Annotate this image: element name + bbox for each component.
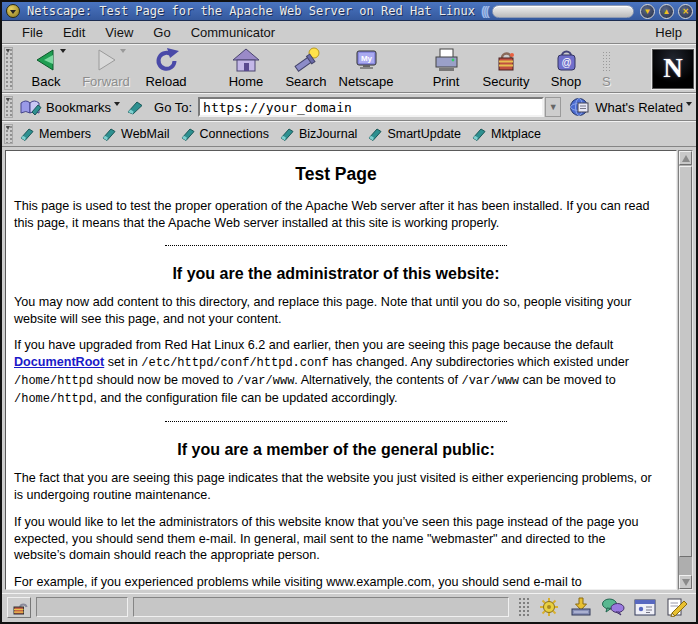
netscape-throbber[interactable]: N <box>652 49 694 89</box>
tool-label: Security <box>483 74 530 89</box>
admin-paragraph: You may now add content to this director… <box>14 294 658 327</box>
personal-toolbar-collapse-grip[interactable] <box>4 124 13 144</box>
locationbar-collapse-grip[interactable] <box>4 96 13 118</box>
navigator-wheel-icon <box>537 597 561 617</box>
whats-related-dropdown-icon <box>686 102 692 106</box>
bookmarks-label: Bookmarks <box>46 100 111 115</box>
tool-label: Home <box>229 74 264 89</box>
personal-item-label: Members <box>39 127 91 141</box>
maximize-icon: ▲ <box>663 7 671 16</box>
addressbook-component-button[interactable] <box>631 596 658 618</box>
my-netscape-icon: My <box>351 47 381 74</box>
menu-go[interactable]: Go <box>143 23 180 42</box>
scroll-up-button[interactable] <box>679 151 692 165</box>
code-segment: /etc/httpd/conf/httpd.conf <box>141 356 328 370</box>
security-button[interactable]: Security <box>476 47 536 91</box>
svg-text:My: My <box>361 54 373 63</box>
content-area: Test Page This page is used to test the … <box>2 147 696 593</box>
whats-related-button[interactable]: What's Related <box>569 97 692 117</box>
svg-text:@: @ <box>561 57 571 68</box>
documentroot-link[interactable]: DocumentRoot <box>14 355 104 369</box>
navigation-toolbar: Back Forward Reload Home Search <box>2 44 696 93</box>
text-segment: should now be moved to <box>93 373 237 387</box>
public-paragraph-1: The fact that you are seeing this page i… <box>14 470 658 503</box>
page-title: Test Page <box>14 163 658 186</box>
mailbox-component-button[interactable] <box>567 596 594 618</box>
reload-button[interactable]: Reload <box>136 47 196 91</box>
personal-item-connections[interactable]: Connections <box>177 127 277 141</box>
vertical-scrollbar[interactable] <box>678 150 693 590</box>
url-dropdown-icon: ▼ <box>549 102 558 112</box>
scroll-down-button[interactable] <box>679 575 692 589</box>
personal-item-webmail[interactable]: WebMail <box>98 127 176 141</box>
window-menu-button[interactable] <box>6 4 20 18</box>
menu-view[interactable]: View <box>95 23 143 42</box>
text-segment: . Alternatively, the contents of <box>294 373 461 387</box>
shop-icon: @ <box>551 47 581 74</box>
titlebar[interactable]: Netscape: Test Page for the Apache Web S… <box>2 2 696 21</box>
admin-heading: If you are the administrator of this web… <box>14 263 658 284</box>
reload-icon <box>151 47 181 74</box>
open-padlock-icon <box>11 599 28 615</box>
text-segment: , and the configuration file can be upda… <box>93 391 397 405</box>
forward-icon <box>91 47 121 74</box>
personal-toolbar: Members WebMail Connections BizJournal S… <box>2 121 696 147</box>
security-status-button[interactable] <box>7 597 31 618</box>
scroll-down-icon <box>682 579 690 586</box>
personal-item-mktplace[interactable]: Mktplace <box>468 127 548 141</box>
page-proxy-icon[interactable] <box>126 100 144 115</box>
personal-item-label: BizJournal <box>299 127 357 141</box>
personal-item-label: SmartUpdate <box>387 127 461 141</box>
menu-help[interactable]: Help <box>651 23 686 42</box>
shop-button[interactable]: @ Shop <box>536 47 596 91</box>
bookmark-ribbon-icon <box>471 127 487 141</box>
navigator-component-button[interactable] <box>535 596 562 618</box>
search-button[interactable]: Search <box>276 47 336 91</box>
url-dropdown-button[interactable]: ▼ <box>545 97 561 117</box>
section-divider <box>165 421 506 422</box>
text-segment: can be moved to <box>519 373 616 387</box>
address-book-icon <box>633 597 657 617</box>
print-button[interactable]: Print <box>416 47 476 91</box>
menubar: File Edit View Go Communicator Help <box>2 21 696 44</box>
personal-item-members[interactable]: Members <box>16 127 98 141</box>
code-segment: /home/httpd <box>14 392 93 406</box>
home-button[interactable]: Home <box>216 47 276 91</box>
mailbox-icon <box>569 597 593 617</box>
back-dropdown-icon <box>60 49 66 53</box>
back-button[interactable]: Back <box>16 47 76 91</box>
search-icon <box>291 47 321 74</box>
composer-icon <box>665 597 689 617</box>
netscape-button[interactable]: My Netscape <box>336 47 396 91</box>
toolbar-collapse-grip[interactable] <box>4 47 13 90</box>
composer-component-button[interactable] <box>663 596 690 618</box>
bookmarks-button[interactable]: Bookmarks <box>16 98 126 116</box>
menu-edit[interactable]: Edit <box>53 23 95 42</box>
section-divider <box>165 245 506 246</box>
menu-communicator[interactable]: Communicator <box>181 23 286 42</box>
scrollbar-thumb[interactable] <box>679 166 692 557</box>
upgrade-paragraph: If you have upgraded from Red Hat Linux … <box>14 337 658 408</box>
titlebar-ornament: ((( <box>481 3 488 18</box>
bookmark-ribbon-icon <box>180 127 196 141</box>
maximize-button[interactable]: ▲ <box>659 4 674 19</box>
personal-item-label: WebMail <box>121 127 169 141</box>
bookmarks-dropdown-icon <box>114 102 120 106</box>
window-menu-icon <box>10 10 16 14</box>
forward-button[interactable]: Forward <box>76 47 136 91</box>
intro-paragraph: This page is used to test the proper ope… <box>14 198 658 231</box>
stop-button[interactable]: S <box>596 47 622 91</box>
window-title: Netscape: Test Page for the Apache Web S… <box>27 4 475 18</box>
goto-label: Go To: <box>154 100 192 115</box>
personal-item-bizjournal[interactable]: BizJournal <box>276 127 364 141</box>
minimize-button[interactable]: ▼ <box>640 4 655 19</box>
personal-item-smartupdate[interactable]: SmartUpdate <box>364 127 468 141</box>
close-button[interactable]: ✕ <box>678 4 693 19</box>
component-bar-grip[interactable] <box>518 597 530 617</box>
discussions-component-button[interactable] <box>599 596 626 618</box>
url-input[interactable] <box>198 97 544 117</box>
personal-item-label: Connections <box>200 127 270 141</box>
menu-file[interactable]: File <box>12 23 53 42</box>
bookmark-ribbon-icon <box>279 127 295 141</box>
netscape-n-logo: N <box>663 53 683 84</box>
